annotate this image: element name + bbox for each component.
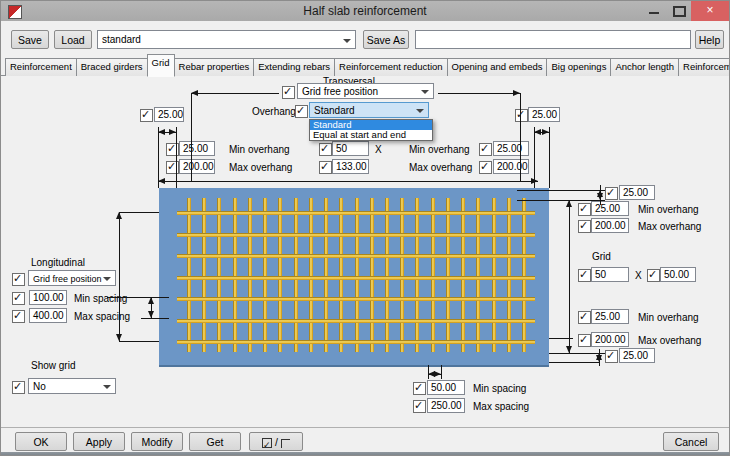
tab-extending-rebars[interactable]: Extending rebars — [253, 58, 335, 76]
ok-button[interactable]: OK — [15, 432, 67, 451]
right-min-overhang-bottom-checkbox[interactable] — [578, 311, 591, 324]
transversal-left-min-overhang-checkbox[interactable] — [166, 143, 179, 156]
chevron-down-icon — [421, 90, 429, 94]
right-bottom-offset-field[interactable]: 25.00 — [619, 348, 655, 363]
tab-reinforcement[interactable]: Reinforcement — [5, 58, 77, 76]
overhang-option-equal[interactable]: Equal at start and end — [310, 130, 432, 140]
minimize-button[interactable] — [641, 1, 667, 21]
transversal-right-offset-field[interactable]: 25.00 — [528, 107, 560, 122]
transversal-spacing-checkbox[interactable] — [319, 161, 332, 174]
preset-combo-value: standard — [102, 34, 141, 45]
right-min-overhang-top-checkbox[interactable] — [578, 203, 591, 216]
overhang-checkbox[interactable] — [295, 105, 308, 118]
tab-grid[interactable]: Grid — [147, 54, 175, 77]
tab-big-openings[interactable]: Big openings — [546, 58, 611, 76]
transversal-left-max-overhang-field[interactable]: 200.00 — [179, 159, 215, 174]
save-as-name-input[interactable] — [415, 30, 691, 49]
overhang-combo[interactable]: Standard — [309, 102, 429, 118]
show-grid-checkbox[interactable] — [12, 381, 25, 394]
right-max-overhang-top-field[interactable]: 200.00 — [591, 218, 629, 233]
maximize-icon — [673, 6, 686, 17]
transversal-grid-free-position-checkbox[interactable] — [282, 86, 295, 99]
transversal-right-max-overhang-field[interactable]: 200.00 — [493, 159, 529, 174]
transversal-right-offset-checkbox[interactable] — [515, 109, 528, 122]
right-top-offset-checkbox[interactable] — [605, 187, 618, 200]
transversal-count-field[interactable]: 50 — [332, 141, 369, 156]
minimize-icon — [649, 12, 659, 14]
transversal-left-max-overhang-checkbox[interactable] — [166, 161, 179, 174]
show-grid-combo[interactable]: No — [28, 378, 116, 394]
transversal-grid-free-position-combo[interactable]: Grid free position — [297, 83, 434, 99]
transversal-left-offset-checkbox[interactable] — [140, 109, 153, 122]
bottom-max-spacing-field[interactable]: 250.00 — [427, 398, 465, 413]
tab-braced-girders[interactable]: Braced girders — [76, 58, 148, 76]
longitudinal-grid-free-position-combo[interactable]: Grid free position — [28, 270, 116, 286]
longitudinal-grid-free-position-value: Grid free position — [33, 274, 102, 284]
longitudinal-max-spacing-field[interactable]: 400.00 — [29, 308, 67, 323]
chevron-down-icon — [103, 277, 111, 281]
dimension-arrow — [116, 212, 122, 219]
apply-button[interactable]: Apply — [73, 432, 125, 451]
right-grid-count-field[interactable]: 50 — [591, 267, 629, 282]
bottom-min-spacing-checkbox[interactable] — [413, 382, 426, 395]
right-min-overhang-top-field[interactable]: 25.00 — [591, 201, 629, 216]
window-title: Half slab reinforcement — [1, 4, 729, 18]
right-grid-spacing-field[interactable]: 50.00 — [660, 267, 696, 282]
modify-button[interactable]: Modify — [131, 432, 183, 451]
right-max-overhang-bottom-field[interactable]: 200.00 — [591, 332, 629, 347]
right-max-overhang-top-checkbox[interactable] — [578, 220, 591, 233]
longitudinal-max-spacing-checkbox[interactable] — [12, 310, 25, 323]
right-min-overhang-bottom-field[interactable]: 25.00 — [591, 309, 629, 324]
slab-diagram — [159, 188, 549, 367]
maximize-button[interactable] — [667, 1, 691, 21]
transversal-left-offset-field[interactable]: 25.00 — [154, 107, 184, 122]
close-button[interactable]: × — [691, 1, 729, 21]
right-max-overhang-bottom-checkbox[interactable] — [578, 334, 591, 347]
help-button[interactable]: Help — [695, 30, 724, 49]
cancel-button[interactable]: Cancel — [663, 432, 719, 451]
transversal-count-checkbox[interactable] — [319, 143, 332, 156]
longitudinal-grid-free-position-checkbox[interactable] — [12, 273, 25, 286]
right-max-overhang-bottom-label: Max overhang — [638, 335, 701, 346]
bottom-min-spacing-field[interactable]: 50.00 — [427, 380, 465, 395]
right-x-label: X — [635, 270, 642, 281]
dimension-arrow — [542, 129, 549, 135]
tab-opening-and-embeds[interactable]: Opening and embeds — [447, 58, 548, 76]
save-button[interactable]: Save — [11, 30, 49, 49]
transversal-left-min-overhang-label: Min overhang — [229, 144, 290, 155]
bottom-max-spacing-label: Max spacing — [473, 401, 529, 412]
toggle-all-checkboxes-button[interactable]: / — [249, 432, 303, 451]
dimension-line — [158, 181, 538, 182]
tab-anchor-length[interactable]: Anchor length — [610, 58, 679, 76]
transversal-left-min-overhang-field[interactable]: 25.00 — [179, 141, 215, 156]
transversal-spacing-field[interactable]: 133.00 — [332, 159, 369, 174]
tab-rebar-properties[interactable]: Rebar properties — [174, 58, 255, 76]
dimension-line — [191, 93, 279, 94]
transversal-right-min-overhang-checkbox[interactable] — [479, 143, 492, 156]
overhang-label: Overhang — [252, 106, 296, 117]
transversal-right-min-overhang-field[interactable]: 25.00 — [493, 141, 529, 156]
right-bottom-offset-checkbox[interactable] — [605, 350, 618, 363]
get-button[interactable]: Get — [189, 432, 241, 451]
overhang-dropdown-list: Standard Equal at start and end — [309, 119, 433, 141]
title-bar: Half slab reinforcement × — [1, 1, 729, 21]
dimension-arrow — [566, 200, 572, 207]
tab-reinforcement-areas[interactable]: Reinforcement areas — [678, 58, 730, 76]
save-as-button[interactable]: Save As — [363, 30, 409, 49]
dimension-line — [569, 200, 570, 353]
dimension-line — [191, 93, 192, 181]
longitudinal-min-spacing-field[interactable]: 100.00 — [29, 290, 67, 305]
tab-strip: Reinforcement Braced girders Grid Rebar … — [5, 55, 727, 76]
preset-combo[interactable]: standard — [97, 30, 356, 49]
bottom-max-spacing-checkbox[interactable] — [413, 400, 426, 413]
right-grid-spacing-checkbox[interactable] — [647, 269, 660, 282]
dimension-line — [107, 297, 169, 298]
load-button[interactable]: Load — [54, 30, 92, 49]
right-top-offset-field[interactable]: 25.00 — [619, 185, 655, 200]
longitudinal-min-spacing-checkbox[interactable] — [12, 292, 25, 305]
dimension-line — [438, 93, 520, 94]
overhang-combo-value: Standard — [314, 105, 355, 116]
transversal-right-max-overhang-checkbox[interactable] — [479, 161, 492, 174]
tab-reinforcement-reduction[interactable]: Reinforcement reduction — [334, 58, 448, 76]
right-grid-count-checkbox[interactable] — [578, 269, 591, 282]
